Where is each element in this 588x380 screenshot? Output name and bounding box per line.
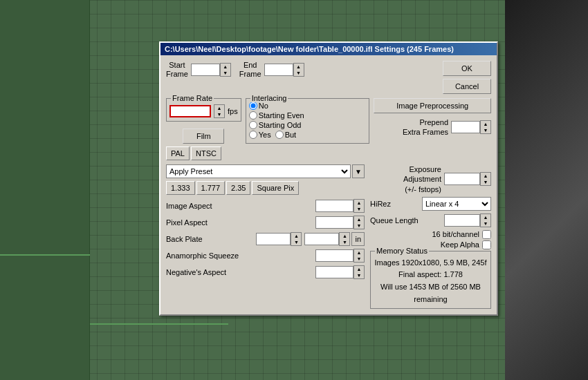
back-plate-down1[interactable]: ▼ (291, 239, 301, 245)
start-frame-input[interactable]: 0 (191, 64, 220, 76)
fps-label: fps (228, 107, 238, 115)
negative-up[interactable]: ▲ (354, 266, 364, 272)
interlacing-but-radio[interactable] (275, 131, 284, 139)
negative-label: Negative's Aspect (166, 268, 228, 276)
interlacing-even-label: Starting Even (259, 111, 304, 120)
start-frame-up[interactable]: ▲ (221, 64, 230, 70)
preset-dropdown-btn[interactable]: ▼ (352, 164, 365, 178)
prepend-input[interactable] (451, 121, 480, 133)
queue-down[interactable]: ▼ (481, 220, 490, 227)
end-frame-spinner[interactable]: ▲ ▼ (293, 63, 304, 77)
back-plate-spinner1[interactable]: ▲ ▼ (291, 232, 302, 246)
interlacing-even-radio[interactable] (249, 111, 257, 120)
back-plate-up1[interactable]: ▲ (291, 233, 301, 239)
exposure-row: Exposure Adjustment (+/- fstops) 0.000 ▲… (370, 164, 491, 194)
anamorphic-up[interactable]: ▲ (354, 249, 364, 256)
frame-rate-down[interactable]: ▼ (214, 111, 224, 117)
start-frame-down[interactable]: ▼ (221, 70, 230, 76)
interlacing-legend: Interlacing (250, 94, 288, 102)
end-frame-down[interactable]: ▼ (294, 70, 304, 76)
exposure-spinner[interactable]: ▲ ▼ (480, 172, 491, 186)
prepend-down[interactable]: ▼ (481, 127, 490, 133)
interlacing-odd-radio[interactable] (249, 121, 257, 129)
exposure-up[interactable]: ▲ (481, 173, 490, 179)
back-plate-input1[interactable]: 0.980 (256, 233, 291, 245)
image-aspect-spinner[interactable]: ▲ ▼ (353, 199, 365, 213)
back-plate-row: Back Plate 0.980 ▲ ▼ 0.551 ▲ (166, 232, 365, 246)
interlacing-no-label: No (259, 102, 268, 110)
end-frame-up[interactable]: ▲ (294, 64, 304, 70)
in-button[interactable]: in (351, 232, 365, 246)
pixel-aspect-input[interactable]: 1.000 (315, 216, 353, 229)
aspect-buttons: 1.333 1.777 2.35 Square Pix (166, 181, 365, 195)
pixel-aspect-label: Pixel Aspect (166, 218, 228, 227)
panel-line (0, 254, 90, 256)
prepend-up[interactable]: ▲ (481, 121, 490, 127)
aspect-btn-2[interactable]: 1.777 (196, 181, 226, 195)
ntsc-button[interactable]: NTSC (191, 146, 221, 160)
start-frame-spinner[interactable]: ▲ ▼ (220, 63, 231, 77)
frame-rate-input[interactable]: 30.000 (169, 105, 211, 117)
keep-alpha-checkbox[interactable] (482, 240, 491, 249)
pixel-aspect-spinner[interactable]: ▲ ▼ (353, 216, 365, 229)
exposure-down[interactable]: ▼ (481, 179, 490, 185)
keep-alpha-label: Keep Alpha (441, 240, 479, 249)
anamorphic-input[interactable]: 1.000 (315, 249, 353, 262)
start-frame-label: Start Frame (166, 61, 188, 79)
end-frame-label: End Frame (239, 61, 261, 79)
prepend-spinner[interactable]: ▲ ▼ (480, 120, 491, 134)
ok-cancel-group: OK Cancel (443, 61, 491, 94)
apply-preset-select[interactable]: Apply Preset (166, 164, 351, 178)
memory-legend: Memory Status (375, 247, 429, 255)
ok-button[interactable]: OK (443, 61, 491, 76)
bit-channel-label: 16 bit/channel (432, 230, 480, 238)
image-aspect-input[interactable]: 1.778 (315, 200, 353, 212)
negative-spinner[interactable]: ▲ ▼ (353, 265, 365, 279)
anamorphic-spinner[interactable]: ▲ ▼ (353, 249, 365, 263)
pal-button[interactable]: PAL (166, 146, 190, 160)
preset-row: Apply Preset ▼ (166, 164, 365, 178)
queue-spinner[interactable]: ▲ ▼ (480, 213, 491, 227)
radio-starting-odd: Starting Odd (249, 121, 367, 129)
interlacing-no-radio[interactable] (249, 102, 257, 110)
interlacing-odd-label: Starting Odd (259, 121, 302, 129)
aspect-btn-1[interactable]: 1.333 (166, 181, 195, 195)
prepend-label: Prepend Extra Frames (403, 117, 448, 137)
dialog-title: C:\Users\Neel\Desktop\footage\New folder… (165, 45, 454, 53)
image-preprocessing-button[interactable]: Image Preprocessing (374, 98, 491, 113)
dialog-titlebar: C:\Users\Neel\Desktop\footage\New folder… (160, 43, 497, 55)
back-plate-input2[interactable]: 0.551 (304, 233, 339, 245)
hirez-select[interactable]: Linear x 4 Linear x 2 Linear x 8 Linear … (422, 197, 491, 211)
back-plate-spinner2[interactable]: ▲ ▼ (339, 232, 350, 246)
image-aspect-up[interactable]: ▲ (354, 200, 364, 206)
interlacing-yes-radio[interactable] (249, 131, 257, 139)
left-panel (0, 0, 90, 380)
memory-line2: Final aspect: 1.778 (374, 269, 488, 281)
negative-down[interactable]: ▼ (354, 272, 364, 278)
end-frame-input[interactable]: 244 (264, 64, 293, 76)
anamorphic-down[interactable]: ▼ (354, 256, 364, 262)
bit-channel-checkbox[interactable] (482, 230, 491, 239)
radio-no: No (249, 102, 367, 110)
anamorphic-label: Anamorphic Squeeze (166, 251, 239, 260)
queue-input[interactable]: 245 (444, 214, 480, 227)
frame-rate-spinner[interactable]: ▲ ▼ (214, 104, 225, 118)
negative-input[interactable]: 1.778 (315, 266, 353, 278)
queue-up[interactable]: ▲ (481, 214, 490, 220)
image-aspect-row: Image Aspect 1.778 ▲ ▼ (166, 199, 365, 213)
back-plate-up2[interactable]: ▲ (340, 233, 349, 239)
bit-channel-row: 16 bit/channel (370, 230, 491, 239)
radio-yes-but: Yes But (249, 131, 367, 139)
aspect-btn-3[interactable]: 2.35 (226, 181, 250, 195)
pixel-aspect-down[interactable]: ▼ (354, 222, 364, 229)
cancel-button[interactable]: Cancel (443, 79, 491, 94)
exposure-input[interactable]: 0.000 (444, 173, 480, 185)
pixel-aspect-up[interactable]: ▲ (354, 216, 364, 222)
start-frame-group: Start Frame 0 ▲ ▼ (166, 61, 231, 79)
image-aspect-down[interactable]: ▼ (354, 206, 364, 212)
frame-rate-up[interactable]: ▲ (214, 105, 224, 111)
film-button[interactable]: Film (183, 129, 224, 144)
aspect-btn-4[interactable]: Square Pix (252, 181, 299, 195)
back-plate-down2[interactable]: ▼ (340, 239, 349, 245)
right-fields: Exposure Adjustment (+/- fstops) 0.000 ▲… (370, 164, 491, 309)
